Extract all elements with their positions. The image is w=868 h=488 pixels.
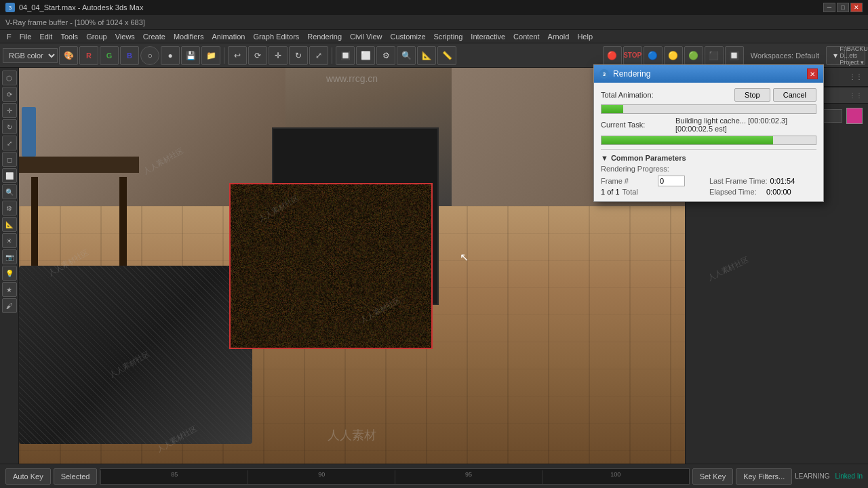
tb-btn-red[interactable]: R [79,46,98,65]
tick-85: 85 [100,470,248,484]
of-total-value: 1 of 1 [601,188,620,196]
sidebar-btn-1[interactable]: ⬡ [2,70,17,85]
vfb-bar: V-Ray frame buffer - [100% of 1024 x 683… [0,15,868,30]
tb-right-4[interactable]: 🟢 [684,46,703,65]
tb-btn-blue[interactable]: B [120,46,139,65]
menu-animation[interactable]: Animation [208,33,250,41]
section-divider [601,149,816,150]
sidebar-btn-7[interactable]: ⬜ [2,168,17,183]
tb-project[interactable]: F:\BACKUP D...ets Project ▾ [846,46,865,65]
cancel-button[interactable]: Cancel [773,88,816,102]
menu-interactive[interactable]: Interactive [467,33,509,41]
menu-content[interactable]: Content [509,33,544,41]
menu-modifiers[interactable]: Modifiers [170,33,208,41]
workspace-label: Workspaces: Default [745,52,825,60]
menu-tools[interactable]: Tools [56,33,82,41]
menu-f[interactable]: F [3,33,16,41]
tb-btn-undo[interactable]: ↩ [228,46,247,65]
sidebar-btn-10[interactable]: 📐 [2,217,17,232]
current-progress-fill [601,136,773,144]
selected-button[interactable]: Selected [54,468,98,485]
sidebar-btn-8[interactable]: 🔍 [2,184,17,199]
sidebar-btn-9[interactable]: ⚙ [2,201,17,216]
tb-btn-8[interactable]: ⚙ [376,46,395,65]
tb-btn-green[interactable]: G [100,46,119,65]
bottom-right: LEARNING Linked In [795,472,863,480]
dialog-close-button[interactable]: ✕ [807,68,818,79]
sidebar-btn-2[interactable]: ⟳ [2,87,17,102]
tb-btn-folder[interactable]: 📁 [201,46,220,65]
tick-95: 95 [395,470,542,484]
timeline[interactable]: 85 90 95 100 [100,468,689,485]
tb-btn-circle[interactable]: ○ [140,46,159,65]
menu-views[interactable]: Views [111,33,139,41]
tb-right-stop[interactable]: STOP [623,46,642,65]
right-watermark-2: 人人素材社区 [706,255,751,283]
viewport[interactable]: www.rrcg.cn 人人素材社区 人人素材社区 人人素材社区 人人素材社区 … [19,68,685,464]
sidebar-btn-camera[interactable]: 📷 [2,249,17,264]
last-frame-time-row: Last Frame Time: 0:01:54 [709,176,816,186]
stop-button[interactable]: Stop [734,88,770,102]
tb-btn-6[interactable]: 🔲 [336,46,355,65]
sidebar-btn-star[interactable]: ★ [2,282,17,297]
sidebar-btn-sun[interactable]: ☀ [2,233,17,248]
tb-right-1[interactable]: 🔴 [603,46,622,65]
color-mode-dropdown[interactable]: RGB color [3,48,58,63]
elapsed-time-row: Elapsed Time: 0:00:00 [709,188,816,196]
current-task-value: Building light cache... [00:00:02.3] [00… [675,117,816,133]
menu-civil-view[interactable]: Civil View [346,33,386,41]
frame-input[interactable] [658,176,685,186]
menu-create[interactable]: Create [139,33,170,41]
tb-btn-1[interactable]: 🎨 [59,46,78,65]
sidebar-btn-paint[interactable]: 🖌 [2,298,17,313]
menu-bar: F File Edit Tools Group Views Create Mod… [0,30,868,43]
panel-options[interactable]: ⋮⋮ [849,73,863,81]
toolbar-separator-1 [224,47,224,64]
tb-btn-7[interactable]: ⬜ [356,46,375,65]
dialog-buttons: Stop Cancel [734,88,816,102]
elapsed-time-value: 0:00:00 [766,188,791,196]
tb-btn-10[interactable]: 📐 [417,46,436,65]
tb-btn-rotate[interactable]: ↻ [289,46,308,65]
close-button[interactable]: ✕ [850,3,863,12]
menu-file[interactable]: File [16,33,36,41]
menu-graph-editors[interactable]: Graph Editors [249,33,303,41]
set-key-button[interactable]: Set Key [692,468,734,485]
table [19,87,139,285]
menu-group[interactable]: Group [82,33,111,41]
auto-key-button[interactable]: Auto Key [5,468,51,485]
sidebar-btn-light[interactable]: 💡 [2,266,17,281]
menu-arnold[interactable]: Arnold [544,33,574,41]
maximize-button[interactable]: □ [837,3,849,12]
total-label: Total [623,188,677,196]
tb-btn-9[interactable]: 🔍 [397,46,416,65]
menu-help[interactable]: Help [573,33,597,41]
tb-right-3[interactable]: 🟡 [664,46,683,65]
current-progress-bar [601,136,816,145]
dialog-body: Total Animation: Stop Cancel Current Tas… [594,83,823,201]
tb-btn-11[interactable]: 📏 [437,46,456,65]
noise-canvas [231,184,431,348]
color-swatch[interactable] [846,108,863,124]
tb-btn-scale[interactable]: ⤢ [309,46,328,65]
common-params-header[interactable]: ▼ Common Parameters [601,154,816,162]
menu-scripting[interactable]: Scripting [430,33,467,41]
sidebar-btn-3[interactable]: ✛ [2,103,17,118]
tb-right-6[interactable]: 🔲 [725,46,744,65]
tb-right-2[interactable]: 🔵 [644,46,663,65]
current-task-row: Current Task: Building light cache... [0… [601,117,816,133]
vfb-title: V-Ray frame buffer - [100% of 1024 x 683… [5,18,145,26]
sidebar-btn-5[interactable]: ⤢ [2,136,17,150]
tb-btn-ref[interactable]: ⟳ [248,46,267,65]
tb-btn-circle2[interactable]: ● [161,46,180,65]
menu-edit[interactable]: Edit [35,33,56,41]
menu-customize[interactable]: Customize [387,33,430,41]
tb-btn-save[interactable]: 💾 [181,46,200,65]
tb-right-5[interactable]: ⬛ [705,46,724,65]
key-filters-button[interactable]: Key Filters... [736,468,792,485]
menu-rendering[interactable]: Rendering [303,33,346,41]
sidebar-btn-6[interactable]: ◻ [2,152,17,167]
minimize-button[interactable]: ─ [823,3,835,12]
sidebar-btn-4[interactable]: ↻ [2,119,17,134]
tb-btn-move[interactable]: ✛ [269,46,288,65]
